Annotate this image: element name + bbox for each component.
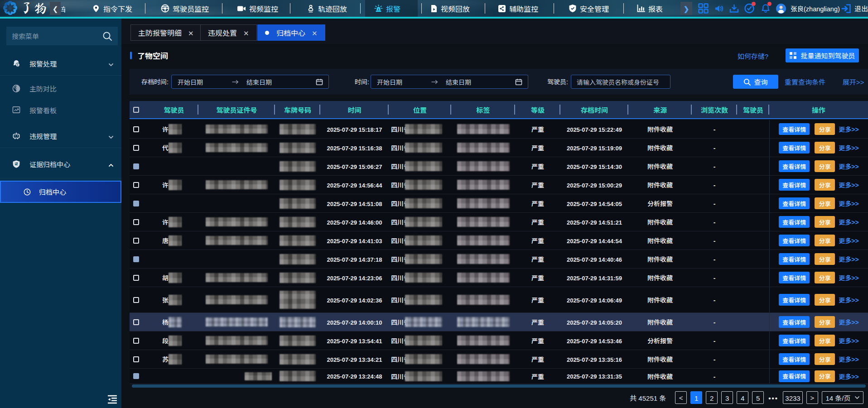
svg-text:证: 证 — [14, 161, 18, 166]
